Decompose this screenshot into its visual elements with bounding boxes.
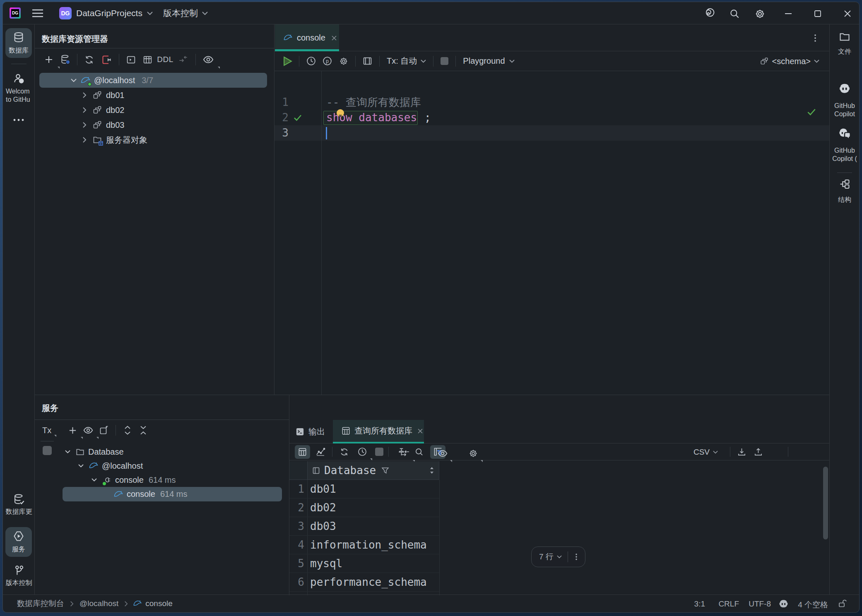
services-tree-console-session[interactable]: console 614 ms	[35, 473, 289, 487]
search-icon[interactable]	[728, 7, 741, 20]
breadcrumb-item[interactable]: console	[145, 599, 173, 608]
tree-item-db02[interactable]: db02	[35, 103, 274, 117]
intention-bulb-icon[interactable]	[335, 108, 345, 118]
column-header-database[interactable]: Database	[307, 461, 439, 480]
jump-to-console-button[interactable]	[123, 52, 139, 67]
editor-tabbar: console	[274, 24, 830, 51]
project-selector[interactable]: DG DataGripProjects	[59, 7, 153, 19]
editor-area: console p	[274, 24, 830, 395]
table-row[interactable]: 4 information_schema	[289, 536, 439, 554]
left-tool-strip: 数据库 ? Welcom to GitHu 数据库更 服务	[3, 24, 35, 594]
tree-item-db01[interactable]: db01	[35, 88, 274, 103]
editor-settings-gear-icon[interactable]	[335, 54, 352, 69]
tool-button-services[interactable]: 服务	[5, 527, 32, 557]
services-tree-localhost[interactable]: @localhost	[35, 459, 289, 473]
hamburger-menu-icon[interactable]	[32, 9, 43, 17]
run-button[interactable]	[280, 54, 295, 69]
table-row[interactable]: 1 db01	[289, 480, 439, 499]
window-close-button[interactable]	[841, 7, 854, 20]
column-sort-icon[interactable]	[429, 466, 435, 475]
add-service-button[interactable]	[65, 423, 80, 437]
services-tree-database[interactable]: Database	[35, 445, 289, 459]
vertical-scrollbar[interactable]	[823, 467, 828, 539]
window-minimize-button[interactable]	[782, 7, 795, 20]
history-clock-icon[interactable]	[303, 54, 319, 69]
in-editor-results-icon[interactable]	[359, 54, 376, 69]
table-row[interactable]: 5 mysql	[289, 554, 439, 573]
tool-button-copilot[interactable]: GitHub Copilot	[830, 82, 860, 124]
playground-selector[interactable]: Playground	[460, 56, 518, 66]
tool-button-github-welcome[interactable]: ? Welcom to GitHu	[3, 71, 35, 109]
editor-body[interactable]: 1 2 3 -- 查询所有数据库 show databases ;	[274, 71, 830, 395]
ai-assistant-icon[interactable]	[703, 7, 715, 20]
disconnect-button[interactable]	[97, 52, 116, 67]
find-button[interactable]	[412, 445, 427, 459]
tab-close-icon[interactable]	[331, 35, 337, 41]
expand-all-button[interactable]	[120, 423, 135, 437]
add-datasource-button[interactable]	[41, 52, 57, 67]
indent-config[interactable]: 4 个空格	[798, 599, 828, 610]
export-format-selector[interactable]: CSV	[693, 445, 718, 459]
tool-button-files[interactable]: 文件	[830, 30, 860, 62]
tree-item-localhost[interactable]: @localhost 3/7	[35, 73, 274, 88]
tool-button-copilot-chat[interactable]: GitHub Copilot (	[830, 127, 860, 168]
services-tree-console-result[interactable]: console 614 ms	[35, 487, 289, 501]
copilot-status-icon[interactable]	[778, 599, 789, 609]
table-row[interactable]: 6 performance_schema	[289, 573, 439, 592]
window-maximize-button[interactable]	[811, 7, 824, 20]
pager-more-icon[interactable]	[573, 553, 580, 561]
auto-refresh-clock-button[interactable]	[354, 445, 370, 459]
tx-mode-selector[interactable]: Tx: 自动	[383, 55, 429, 67]
settings-gear-icon[interactable]	[754, 7, 766, 20]
table-view-button[interactable]	[139, 52, 156, 67]
results-settings-gear-button[interactable]	[466, 447, 480, 460]
compare-data-button[interactable]	[398, 447, 412, 460]
open-in-new-tab-button[interactable]	[96, 423, 112, 437]
grid-view-button[interactable]	[295, 445, 310, 459]
file-encoding[interactable]: UTF-8	[749, 599, 771, 609]
tab-close-icon[interactable]	[417, 428, 423, 434]
pager-row-count[interactable]: 7 行	[539, 551, 554, 562]
ddl-button[interactable]: DDL	[156, 52, 175, 67]
chart-view-button[interactable]	[313, 445, 328, 459]
collapse-all-button[interactable]	[135, 423, 151, 437]
tool-button-db-changes[interactable]: 数据库更	[3, 491, 35, 524]
refresh-button[interactable]	[81, 52, 97, 67]
tab-output[interactable]: 输出	[293, 420, 325, 443]
breadcrumb-item[interactable]: @localhost	[79, 599, 118, 608]
reload-data-button[interactable]	[337, 445, 352, 459]
tabbar-more-icon[interactable]	[810, 33, 821, 43]
gutter-run-check-icon[interactable]	[293, 113, 303, 122]
tool-button-database[interactable]: 数据库	[5, 28, 32, 58]
import-upload-button[interactable]	[751, 445, 765, 459]
cell-value: db03	[310, 520, 336, 532]
tool-button-vcs[interactable]: 版本控制	[3, 562, 35, 595]
export-download-button[interactable]	[734, 445, 749, 459]
cell-value: db02	[310, 501, 336, 514]
jump-arrows-icon[interactable]	[175, 52, 192, 67]
results-table: Database 1 db01 2	[289, 460, 830, 595]
stop-button[interactable]	[441, 57, 448, 65]
column-filter-funnel-icon[interactable]	[381, 466, 390, 475]
execution-plan-icon[interactable]: p	[319, 54, 335, 69]
tool-button-structure[interactable]: 结构	[830, 178, 860, 210]
breadcrumb-item[interactable]: 数据库控制台	[17, 598, 64, 609]
caret-position[interactable]: 3:1	[694, 599, 705, 609]
lock-open-icon[interactable]	[838, 599, 848, 609]
table-row[interactable]: 3 db03	[289, 517, 439, 536]
vcs-menu[interactable]: 版本控制	[163, 7, 208, 19]
table-row[interactable]: 2 db02	[289, 499, 439, 517]
more-tool-windows-button[interactable]	[3, 117, 34, 122]
tree-item-db03[interactable]: db03	[35, 117, 274, 132]
services-view-options-button[interactable]	[80, 423, 96, 437]
schema-selector[interactable]: <schema>	[760, 54, 819, 69]
results-view-options-button[interactable]	[436, 447, 450, 460]
datasource-properties-button[interactable]	[57, 52, 74, 67]
tx-toolbar-button[interactable]: Tx	[40, 426, 54, 435]
line-separator[interactable]: CRLF	[718, 599, 739, 609]
tree-item-server-objects[interactable]: 服务器对象	[35, 132, 274, 147]
results-stop-button[interactable]	[375, 448, 383, 456]
view-options-button[interactable]	[199, 52, 217, 67]
tab-query-result[interactable]: 查询所有数据库	[333, 420, 424, 442]
tab-console[interactable]: console	[275, 24, 339, 51]
